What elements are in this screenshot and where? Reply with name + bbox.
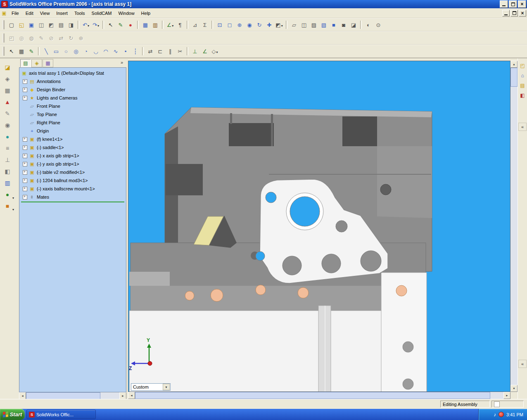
expand-icon[interactable] [23,79,27,84]
scrollbar-thumb[interactable] [510,68,518,87]
tree-root-item[interactable]: ▣ axis trial assy 1 (Default<Display Sta… [19,69,126,77]
tree-item[interactable]: ◆ Design Binder [19,85,126,94]
tree-item[interactable]: ▣ (-) x axis gib strip<1> [19,152,126,160]
horizontal-scrollbar[interactable] [128,392,510,399]
dropdown-arrow-icon[interactable] [216,48,218,55]
panel-chevron-icon[interactable] [119,60,125,65]
dropdown-arrow-icon[interactable] [171,22,173,28]
expand-icon[interactable] [23,145,27,150]
expand-icon[interactable] [23,96,27,100]
scrollbar-thumb[interactable] [26,392,100,399]
tree-item[interactable]: ▣ (-) 1204 ballnut mod3<1> [19,176,126,185]
start-button[interactable]: Start [0,409,25,420]
tree-item[interactable]: ▱ Right Plane [19,119,126,127]
no-external-references-icon[interactable]: ⊘ [46,33,56,43]
expand-icon[interactable] [23,195,27,199]
edit-component-icon[interactable]: ✎ [36,33,46,43]
configuration-selector[interactable]: Custom [131,383,171,391]
wireframe-icon[interactable]: ▱ [289,20,299,29]
solidcam-machine-icon[interactable]: ◧ [2,166,13,176]
solidcam-sketch-icon[interactable]: ✎ [2,109,13,119]
camera-view-icon[interactable]: ⊙ [373,20,383,29]
doc-restore-button[interactable] [510,10,518,17]
point-icon[interactable]: • [121,47,131,56]
shadows-icon[interactable]: ◙ [339,20,349,29]
menu-solidcam[interactable]: SolidCAM [88,9,115,17]
tree-item[interactable]: ▣ (-) xaxis ballscrew mount<1> [19,185,126,193]
scrollbar-track[interactable] [100,392,119,399]
menu-window[interactable]: Window [115,9,138,17]
scrollbar-track[interactable] [490,392,503,399]
solidcam-settings-icon[interactable]: ■ [2,201,13,211]
design-library-icon[interactable]: ▤ [518,81,527,90]
section-view-icon[interactable]: ◪ [349,20,358,29]
edit-color-icon[interactable]: ● [126,20,135,29]
toolbar-grip[interactable] [2,33,5,43]
solidcam-gcode-icon[interactable]: ≡ [2,143,13,153]
smart-fasteners-icon[interactable]: ⊕ [76,33,86,43]
restore-button[interactable] [509,0,517,8]
solidcam-tool-table-icon[interactable]: ▥ [2,178,13,188]
graphics-viewport[interactable]: Y Z Custom [128,61,510,392]
solidcam-synchronize-icon[interactable]: ● [2,190,13,199]
expand-icon[interactable] [23,137,27,142]
tree-item[interactable]: ▣ (f) knee1<1> [19,135,126,143]
centerpoint-arc-icon[interactable]: ◔ [81,47,91,56]
toolbar-grip[interactable] [2,47,5,56]
convert-entities-icon[interactable]: ⊏ [155,47,165,56]
move-component-icon[interactable]: ⇄ [56,33,66,43]
menu-insert[interactable]: Insert [53,9,71,17]
task-pane-collapse-button[interactable] [518,123,527,131]
menu-view[interactable]: View [37,9,53,17]
volume-icon[interactable] [494,412,496,418]
make-assembly-from-part-icon[interactable]: ◩ [46,20,56,29]
design-table-icon[interactable]: ▥ [150,20,160,29]
solidcam-stock-icon[interactable]: ▦ [2,85,13,95]
tree-item[interactable]: ▱ Top Plane [19,110,126,119]
insert-component-icon[interactable]: ◰ [7,33,17,43]
line-icon[interactable]: ╲ [41,47,51,56]
tree-item[interactable]: ▣ (-) saddle<1> [19,143,126,152]
scroll-left-button[interactable] [19,392,26,399]
mass-properties-icon[interactable]: Σ [200,20,210,29]
sketch-pencil-icon[interactable]: ✎ [26,47,36,56]
zoom-to-fit-icon[interactable]: ⊡ [215,20,225,29]
vertical-scrollbar[interactable] [510,61,518,392]
grid-icon[interactable]: ▦ [140,20,150,29]
mirror-entities-icon[interactable]: ⇄ [145,47,155,56]
shaded-icon[interactable]: ■ [329,20,339,29]
new-document-icon[interactable]: ▢ [7,20,17,29]
toolbar-grip[interactable] [2,20,5,29]
dimension-icon[interactable]: ∠ [165,20,175,29]
centerline-icon[interactable]: ┆ [131,47,140,56]
expand-icon[interactable] [23,154,27,158]
rollback-bar[interactable] [21,202,124,202]
propertymanager-tab-icon[interactable]: ◈ [31,59,42,67]
sketch-icon[interactable]: ✎ [116,20,126,29]
circle-icon[interactable]: ○ [61,47,71,56]
solidcam-define-part-icon[interactable]: ◪ [2,62,13,72]
combo-dropdown-button[interactable] [163,384,170,390]
task-pane-expand-button[interactable] [518,360,527,368]
solidcam-geometry-icon[interactable]: ◈ [2,74,13,84]
menu-help[interactable]: Help [138,9,154,17]
print-icon[interactable]: ▤ [56,20,66,29]
expand-icon[interactable] [23,178,27,183]
solidworks-resources-icon[interactable]: ⌂ [518,71,527,80]
tray-status-icon[interactable] [499,412,504,417]
hide-show-component-icon[interactable]: ◎ [17,33,26,43]
pdm-vault-icon[interactable]: ◧ [518,91,527,100]
tree-item[interactable]: + Origin [19,127,126,135]
shaded-with-edges-icon[interactable]: ▧ [319,20,329,29]
quick-snaps-icon[interactable]: ◇ [210,47,220,56]
select-arrow-icon[interactable]: ↖ [7,47,17,56]
rotate-component-icon[interactable]: ↻ [66,33,76,43]
scroll-left-button[interactable] [128,392,135,399]
tree-item[interactable]: ▣ (-) table v2 modified<1> [19,168,126,176]
expand-icon[interactable] [23,162,27,166]
standard-views-icon[interactable]: ◩ [274,20,284,29]
hidden-lines-removed-icon[interactable]: ▨ [309,20,319,29]
grid-snap-icon[interactable]: ▦ [17,47,26,56]
taskbar-task-solidworks[interactable]: SolidWorks Offic... [26,410,96,419]
spline-icon[interactable]: ∿ [111,47,121,56]
